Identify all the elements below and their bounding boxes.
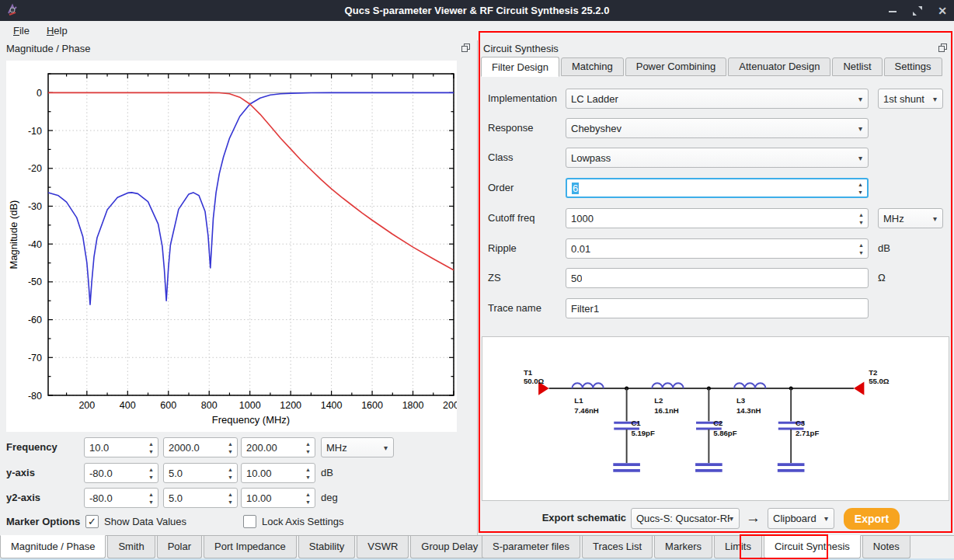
svg-text:400: 400 (120, 400, 136, 411)
checkbox-checked-icon: ✓ (85, 515, 99, 528)
y-axis-min-spinbox[interactable]: -80.0 ▲▼ (84, 463, 158, 483)
chevron-down-icon: ▾ (858, 154, 862, 162)
order-label: Order (488, 178, 514, 198)
lock-axis-settings-checkbox[interactable]: Lock Axis Settings (243, 515, 344, 528)
spinner-arrows[interactable]: ▲▼ (148, 441, 154, 454)
cutoff-unit-combo[interactable]: MHz ▾ (878, 208, 943, 228)
capacitor-name: C3 (796, 419, 805, 427)
tab-polar[interactable]: Polar (157, 536, 202, 558)
chevron-down-icon: ▾ (858, 124, 862, 133)
float-dock-icon[interactable] (461, 43, 470, 52)
svg-text:-50: -50 (28, 277, 42, 287)
tab-vswr[interactable]: VSWR (357, 536, 409, 558)
tab-magnitude-phase[interactable]: Magnitude / Phase (0, 535, 106, 558)
export-button[interactable]: Export (844, 508, 900, 530)
spinner-arrows[interactable]: ▲▼ (228, 467, 233, 480)
capacitor-value: 5.19pF (631, 429, 655, 437)
display-tabbar: Magnitude / Phase Smith Polar Port Imped… (0, 535, 477, 559)
ripple-spinbox[interactable]: 0.01 ▲▼ (566, 238, 869, 259)
spinner-arrows[interactable]: ▲▼ (148, 467, 154, 480)
tab-netlist[interactable]: Netlist (832, 57, 882, 76)
right-dock-title: Circuit Synthesis (483, 43, 559, 54)
frequency-step-spinbox[interactable]: 200.00 ▲▼ (241, 437, 315, 457)
tab-s-parameter-files[interactable]: S-parameter files (482, 536, 580, 558)
checkbox-unchecked-icon (243, 515, 256, 528)
restore-button[interactable] (912, 5, 923, 16)
export-schematic-label: Export schematic (482, 508, 626, 528)
implementation-combo[interactable]: LC Ladder ▾ (566, 89, 869, 109)
tab-attenuator-design[interactable]: Attenuator Design (728, 57, 830, 76)
cutoff-freq-label: Cutoff freq (488, 208, 534, 228)
zs-label: ZS (488, 268, 501, 288)
zs-input[interactable]: 50 (566, 268, 869, 288)
spinner-arrows[interactable]: ▲▼ (305, 492, 311, 505)
tab-markers[interactable]: Markers (654, 536, 712, 558)
frequency-unit-combo[interactable]: MHz ▾ (321, 437, 394, 457)
topology-combo[interactable]: 1st shunt ▾ (878, 89, 943, 109)
port-impedance: 55.0Ω (869, 377, 890, 385)
close-button[interactable]: ✕ (937, 5, 948, 16)
marker-options-label: Marker Options (6, 512, 80, 532)
tab-limits[interactable]: Limits (714, 536, 762, 558)
menu-help[interactable]: Help (40, 23, 75, 38)
tab-traces-list[interactable]: Traces List (582, 536, 653, 558)
ripple-unit: dB (878, 238, 890, 259)
svg-text:-10: -10 (28, 126, 42, 137)
tab-settings[interactable]: Settings (884, 57, 942, 76)
chevron-down-icon: ▾ (384, 443, 388, 452)
port-impedance: 50.0Ω (524, 377, 545, 385)
response-combo[interactable]: Chebyshev ▾ (566, 118, 869, 138)
inductor-name: L2 (654, 396, 663, 405)
tab-circuit-synthesis[interactable]: Circuit Synthesis (764, 535, 861, 558)
svg-text:Frequency (MHz): Frequency (MHz) (212, 414, 290, 426)
tab-stability[interactable]: Stability (298, 536, 356, 558)
class-combo[interactable]: Lowpass ▾ (566, 148, 869, 168)
svg-text:-40: -40 (28, 239, 42, 250)
export-target-combo[interactable]: Clipboard ▾ (768, 508, 834, 529)
show-data-values-checkbox[interactable]: ✓ Show Data Values (85, 515, 186, 528)
left-dock-title: Magnitude / Phase (6, 43, 90, 54)
spinner-arrows[interactable]: ▲▼ (228, 441, 233, 454)
frequency-max-spinbox[interactable]: 2000.0 ▲▼ (163, 437, 238, 457)
svg-text:-70: -70 (28, 353, 42, 363)
y-axis-max-spinbox[interactable]: 5.0 ▲▼ (163, 463, 238, 483)
y2-axis-unit: deg (321, 488, 338, 508)
panel-divider[interactable] (477, 40, 478, 536)
trace-name-input[interactable]: Filter1 (566, 298, 869, 318)
tab-smith[interactable]: Smith (107, 536, 155, 558)
menu-file[interactable]: File (6, 23, 37, 38)
svg-text:1800: 1800 (402, 400, 424, 411)
export-format-combo[interactable]: Qucs-S: Qucsator-RF ▾ (631, 508, 740, 529)
frequency-min-spinbox[interactable]: 10.0 ▲▼ (84, 437, 158, 457)
svg-text:2000: 2000 (443, 400, 457, 411)
spinner-arrows[interactable]: ▲▼ (305, 441, 311, 454)
tab-filter-design[interactable]: Filter Design (481, 57, 559, 77)
y-axis-step-spinbox[interactable]: 10.00 ▲▼ (241, 463, 315, 483)
cutoff-freq-spinbox[interactable]: 1000 ▲▼ (566, 208, 869, 228)
svg-text:1200: 1200 (280, 400, 301, 411)
schematic-preview: T1 50.0Ω T2 55.0Ω L1 7.46nH L2 16.1nH L3… (482, 336, 949, 501)
tab-matching[interactable]: Matching (561, 57, 624, 76)
restore-icon (912, 5, 923, 16)
spinner-arrows[interactable]: ▲▼ (305, 467, 311, 480)
spinner-arrows[interactable]: ▲▼ (858, 242, 864, 256)
port-name: T2 (869, 368, 877, 377)
capacitor-value: 2.71pF (796, 429, 820, 437)
minimize-button[interactable] (887, 5, 898, 16)
spinner-arrows[interactable]: ▲▼ (228, 492, 233, 505)
spinner-arrows[interactable]: ▲▼ (148, 492, 154, 505)
tab-notes[interactable]: Notes (862, 536, 910, 558)
order-spinbox[interactable]: 6 ▲▼ (566, 178, 869, 198)
y2-axis-max-spinbox[interactable]: 5.0 ▲▼ (163, 488, 238, 508)
float-dock-icon[interactable] (938, 43, 947, 52)
svg-text:1600: 1600 (361, 400, 383, 411)
inductor-value: 16.1nH (654, 406, 679, 415)
spinner-arrows[interactable]: ▲▼ (858, 212, 864, 225)
spinner-arrows[interactable]: ▲▼ (858, 182, 863, 195)
y2-axis-label: y2-axis (6, 488, 40, 508)
synthesis-tabbar: Filter Design Matching Power Combining A… (481, 57, 944, 76)
tab-port-impedance[interactable]: Port Impedance (204, 536, 297, 558)
y2-axis-step-spinbox[interactable]: 10.00 ▲▼ (241, 488, 315, 508)
y2-axis-min-spinbox[interactable]: -80.0 ▲▼ (84, 488, 158, 508)
tab-power-combining[interactable]: Power Combining (625, 57, 727, 76)
